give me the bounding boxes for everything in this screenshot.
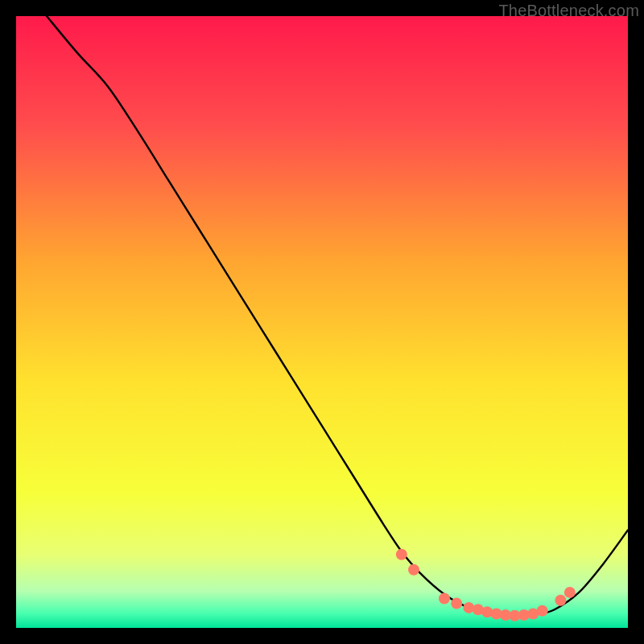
chart-frame: [16, 16, 628, 628]
marker-dot: [396, 549, 407, 560]
bottleneck-chart: [16, 16, 628, 628]
marker-dot: [564, 587, 576, 598]
marker-dot: [537, 605, 548, 617]
marker-dot: [555, 595, 566, 606]
marker-dot: [451, 598, 462, 609]
marker-dot: [439, 593, 450, 605]
gradient-background: [16, 16, 628, 628]
marker-dot: [408, 564, 419, 576]
